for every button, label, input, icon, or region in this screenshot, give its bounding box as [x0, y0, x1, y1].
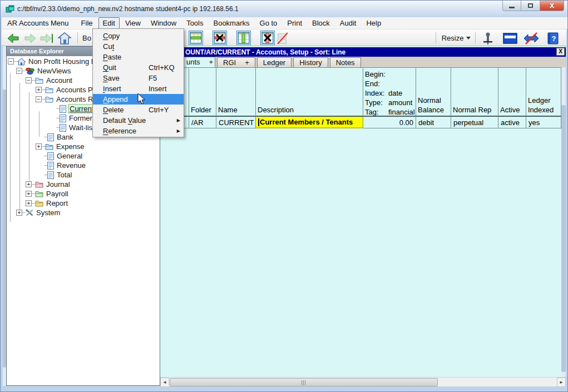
- back-button[interactable]: [6, 31, 21, 45]
- tab-plus-button[interactable]: +: [209, 58, 214, 66]
- collapse-toggle-icon[interactable]: −: [16, 68, 22, 74]
- fit-width-button[interactable]: [523, 31, 540, 45]
- home-button[interactable]: [57, 31, 72, 45]
- menubar-item-block[interactable]: Block: [308, 17, 334, 29]
- tree-item-label[interactable]: Journal: [45, 180, 71, 188]
- collapse-toggle-icon[interactable]: −: [8, 58, 14, 64]
- tree-item-payroll[interactable]: +Payroll: [7, 189, 160, 199]
- column-header-range[interactable]: Begin:End:Index:dateType:amountTag:finan…: [363, 68, 416, 117]
- tree-item-label[interactable]: Revenue: [56, 161, 87, 170]
- cell-normal_balance[interactable]: debit: [416, 117, 451, 128]
- menu-item-copy[interactable]: Copy: [93, 31, 184, 41]
- expand-toggle-icon[interactable]: +: [26, 191, 32, 197]
- menu-item-paste[interactable]: Paste: [93, 52, 184, 62]
- menu-item-reference[interactable]: Reference▶: [93, 126, 184, 136]
- panel-close-button[interactable]: X: [556, 48, 565, 56]
- maximize-button[interactable]: [521, 1, 540, 11]
- menubar-item-ar-accounts-menu[interactable]: AR Accounts Menu: [2, 17, 73, 29]
- menubar-item-tools[interactable]: Tools: [182, 17, 208, 29]
- tree-item-revenue[interactable]: Revenue: [7, 161, 160, 170]
- tree-item-label[interactable]: Account: [45, 76, 73, 85]
- bookmark-button[interactable]: Bo: [80, 31, 93, 45]
- tab-rgi[interactable]: RGI+: [217, 57, 255, 67]
- insert-column-button[interactable]: [236, 31, 251, 45]
- tree-item-label[interactable]: Current: [68, 104, 95, 113]
- column-header-normal_rep[interactable]: Normal Rep: [451, 68, 498, 117]
- tab-ledger[interactable]: Ledger: [257, 57, 292, 67]
- expand-toggle-icon[interactable]: +: [26, 200, 32, 206]
- table-horizontal-scrollbar[interactable]: ◄ ►: [160, 377, 566, 386]
- table-vertical-scrollbar[interactable]: [561, 67, 566, 377]
- column-header-ledger_indexed[interactable]: LedgerIndexed: [526, 68, 561, 117]
- split-window-button[interactable]: [502, 31, 518, 45]
- tree-item-system[interactable]: +System: [7, 208, 160, 217]
- expand-toggle-icon[interactable]: +: [16, 210, 22, 216]
- scroll-right-button[interactable]: ►: [557, 378, 566, 387]
- column-header-name[interactable]: Name: [216, 68, 256, 117]
- tree-item-general[interactable]: General: [7, 151, 160, 161]
- cell-folder[interactable]: /AR: [189, 117, 216, 128]
- menubar-item-help[interactable]: Help: [362, 17, 386, 29]
- tree-item-label[interactable]: Wait-list: [68, 123, 96, 132]
- menu-item-quit[interactable]: QuitCtrl+KQ: [93, 62, 184, 73]
- minimize-button[interactable]: [502, 1, 521, 11]
- help-button[interactable]: ?: [545, 31, 561, 45]
- menu-item-save[interactable]: SaveF5: [93, 73, 184, 83]
- tree-item-label[interactable]: Total: [56, 171, 73, 179]
- tree-item-label[interactable]: Non Profit Housing D: [27, 57, 97, 66]
- tab-history[interactable]: History: [293, 57, 328, 67]
- insert-row-button[interactable]: [189, 31, 203, 45]
- tree-item-label[interactable]: General: [56, 152, 83, 160]
- tree-item-label[interactable]: Bank: [56, 133, 75, 141]
- tree-item-label[interactable]: Former: [68, 114, 93, 122]
- menubar-item-edit[interactable]: Edit: [98, 17, 120, 29]
- cell-range[interactable]: 0.00: [363, 117, 416, 128]
- forward-to-end-button[interactable]: [39, 31, 55, 45]
- column-header-normal_balance[interactable]: NormalBalance: [416, 68, 451, 117]
- tree-item-journal[interactable]: +Journal: [7, 180, 160, 189]
- tree-item-label[interactable]: Accounts R: [55, 95, 94, 103]
- menubar-item-file[interactable]: File: [77, 17, 97, 29]
- tree-item-expense[interactable]: +Expense: [7, 142, 160, 151]
- tree-item-report[interactable]: +Report: [7, 199, 160, 208]
- tab-plus-button[interactable]: +: [245, 58, 249, 67]
- collapse-toggle-icon[interactable]: −: [36, 96, 42, 102]
- menubar-item-go-to[interactable]: Go to: [255, 17, 282, 29]
- menubar-item-view[interactable]: View: [121, 17, 145, 29]
- menubar-item-bookmarks[interactable]: Bookmarks: [209, 17, 254, 29]
- resize-button[interactable]: Resize: [441, 31, 472, 45]
- column-header-active[interactable]: Active: [498, 68, 526, 117]
- expand-toggle-icon[interactable]: +: [36, 87, 42, 93]
- scroll-left-button[interactable]: ◄: [160, 378, 169, 387]
- column-header-description[interactable]: Description: [256, 68, 363, 117]
- delete-column-button[interactable]: [260, 31, 275, 45]
- expand-toggle-icon[interactable]: +: [36, 143, 42, 150]
- tree-item-label[interactable]: Payroll: [45, 190, 70, 198]
- scrollbar-track[interactable]: [169, 378, 557, 386]
- column-header-folder[interactable]: Folder: [189, 68, 216, 117]
- forward-button[interactable]: [23, 31, 37, 45]
- cell-active[interactable]: active: [498, 117, 526, 128]
- menu-item-cut[interactable]: Cut: [93, 41, 184, 52]
- menubar-item-audit[interactable]: Audit: [335, 17, 361, 29]
- menu-item-default-value[interactable]: Default Value▶: [93, 115, 184, 126]
- close-button[interactable]: X: [540, 1, 564, 11]
- tree-item-label[interactable]: System: [35, 209, 61, 217]
- tab-notes[interactable]: Notes: [330, 57, 361, 67]
- scrollbar-thumb[interactable]: [561, 105, 566, 372]
- tree-item-label[interactable]: NewViews: [36, 67, 72, 75]
- no-document-button[interactable]: [275, 31, 290, 45]
- cell-description[interactable]: Current Members / Tenants: [256, 117, 363, 128]
- cell-name[interactable]: CURRENT: [216, 117, 256, 128]
- delete-row-button[interactable]: [213, 31, 227, 45]
- tree-item-label[interactable]: Expense: [55, 142, 86, 151]
- scrollbar-thumb[interactable]: [170, 378, 438, 386]
- tree-item-label[interactable]: Accounts P: [55, 86, 94, 94]
- menubar-item-window[interactable]: Window: [146, 17, 181, 29]
- tree-item-total[interactable]: Total: [7, 170, 160, 180]
- collapse-toggle-icon[interactable]: −: [26, 77, 32, 83]
- expand-toggle-icon[interactable]: +: [26, 181, 32, 187]
- tree-item-label[interactable]: Report: [45, 199, 69, 207]
- pin-button[interactable]: [480, 31, 496, 45]
- cell-ledger_indexed[interactable]: yes: [526, 117, 561, 128]
